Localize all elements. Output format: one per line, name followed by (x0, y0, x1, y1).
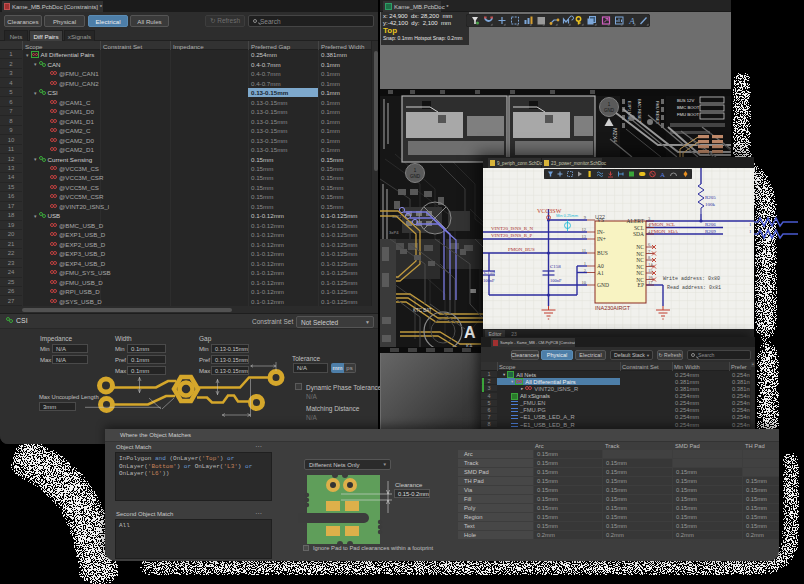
svg-text:IN+: IN+ (597, 236, 606, 242)
svg-text:100nF: 100nF (550, 278, 562, 283)
svg-text:BUS 12V: BUS 12V (677, 98, 694, 103)
svg-text:ALERT: ALERT (627, 218, 645, 224)
svg-text:SCL: SCL (634, 225, 645, 231)
svg-text:16: 16 (648, 275, 653, 280)
svg-text:IN-: IN- (597, 229, 605, 235)
svg-text:11: 11 (582, 248, 586, 253)
svg-text:INA230AIRGT: INA230AIRGT (595, 305, 631, 311)
svg-text:Min 0.25mm: Min 0.25mm (556, 213, 579, 218)
svg-text:2: 2 (584, 268, 586, 273)
svg-text:GND: GND (410, 174, 421, 179)
svg-text:M2X4: M2X4 (612, 128, 618, 142)
svg-text:Read address: 0x81: Read address: 0x81 (667, 285, 721, 291)
svg-text:3xP4: 3xP4 (389, 230, 399, 235)
svg-text:R205: R205 (705, 195, 716, 200)
svg-text:17: 17 (648, 280, 653, 285)
svg-text:BUS: BUS (597, 250, 608, 256)
svg-text:1: 1 (584, 261, 586, 266)
svg-text:PMON_SCL: PMON_SCL (649, 222, 675, 227)
svg-text:GND: GND (597, 282, 609, 288)
svg-text:14: 14 (648, 262, 653, 267)
svg-text:A: A (628, 16, 635, 26)
svg-text:A: A (660, 171, 665, 179)
svg-text:R209: R209 (705, 229, 716, 234)
svg-text:PMON_BUS: PMON_BUS (508, 247, 535, 252)
svg-text:12: 12 (582, 227, 587, 232)
svg-text:15: 15 (648, 268, 653, 273)
svg-text:A: A (464, 324, 476, 341)
svg-text:EP: EP (638, 282, 644, 288)
svg-text:A0: A0 (597, 263, 604, 269)
svg-text:VS: VS (597, 217, 604, 223)
svg-text:VINT20_ISNS_R_N: VINT20_ISNS_R_N (491, 226, 534, 231)
svg-text:C158: C158 (550, 264, 561, 269)
svg-text:Write address: 0x80: Write address: 0x80 (663, 276, 720, 282)
svg-text:NC: NC (636, 264, 644, 270)
svg-text:R206: R206 (705, 222, 716, 227)
svg-text:100nF: 100nF (483, 278, 495, 283)
svg-text:GND: GND (604, 108, 615, 113)
svg-text:NC: NC (636, 251, 644, 257)
svg-text:NC: NC (636, 257, 644, 263)
svg-text:C159: C159 (484, 270, 495, 275)
svg-text:BMC BOOT: BMC BOOT (677, 105, 700, 110)
svg-text:NC: NC (636, 244, 644, 250)
svg-text:KTC BAT: KTC BAT (413, 308, 432, 313)
svg-text:SDA: SDA (633, 231, 644, 237)
svg-text:FMU BOOT: FMU BOOT (677, 112, 700, 117)
svg-text:13: 13 (582, 234, 587, 239)
svg-text:100k: 100k (705, 202, 716, 207)
svg-text:10: 10 (582, 280, 587, 285)
svg-text:PMON_SDA: PMON_SDA (651, 229, 678, 234)
svg-text:NC: NC (636, 270, 644, 276)
svg-text:A1: A1 (597, 270, 604, 276)
svg-text:VINT20_ISNS_R_P: VINT20_ISNS_R_P (491, 233, 533, 238)
